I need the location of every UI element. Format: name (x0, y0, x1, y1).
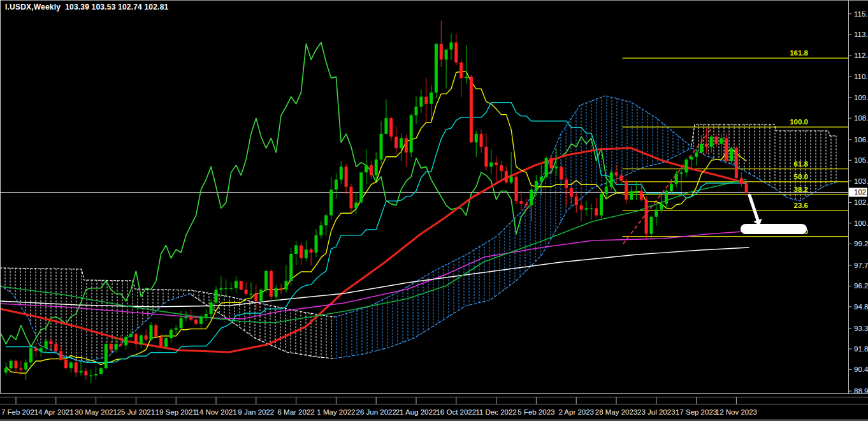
candle (34, 348, 38, 351)
ma-white-line (0, 247, 749, 307)
candle (129, 334, 133, 336)
candle (449, 43, 452, 50)
date-axis-label: 25 Jul 2021 (117, 408, 155, 416)
date-axis-label: 21 Aug 2022 (396, 408, 437, 416)
kumo-future (691, 124, 836, 201)
candle (605, 187, 608, 194)
candle (275, 288, 278, 297)
date-axis-label: 17 Sep 2023 (676, 408, 717, 416)
candle (224, 288, 228, 289)
candle (205, 314, 208, 316)
kumo-2022 (335, 96, 691, 358)
candle (159, 337, 163, 347)
candle (75, 362, 78, 373)
candle (730, 148, 733, 161)
date-axis-label: 12 Nov 2023 (716, 408, 757, 416)
candle (119, 344, 122, 345)
candle (575, 196, 578, 205)
price-axis-label: 113.85 (854, 31, 868, 38)
date-axis-label: 6 Mar 2022 (278, 408, 315, 416)
candle (540, 177, 543, 181)
candle (530, 189, 533, 205)
price-axis-label: 108.00 (854, 114, 868, 122)
candle (380, 134, 383, 159)
date-axis-label: 14 Nov 2021 (195, 408, 236, 416)
candle (430, 92, 433, 104)
candle (454, 43, 458, 63)
candle (359, 172, 363, 202)
candle (154, 325, 157, 337)
chikou-span-line (1, 43, 616, 347)
fib-level-label: 38.2 (794, 186, 808, 193)
price-axis-label: 90.40 (854, 366, 868, 373)
candle (725, 138, 728, 161)
candle (254, 294, 257, 301)
candle (440, 44, 443, 60)
candle (194, 320, 198, 324)
candle (500, 165, 503, 171)
price-axis-label: 102.10 (854, 198, 868, 206)
candle (560, 166, 563, 179)
candle (184, 317, 187, 318)
candle (535, 181, 538, 189)
candle (680, 172, 683, 174)
price-axis-label: 103.60 (854, 177, 868, 185)
candle (640, 191, 643, 199)
price-chart-svg[interactable]: 161.8100.061.850.038.223.60.0115.30113.8… (0, 0, 868, 421)
candle (625, 181, 628, 200)
price-axis-label: 110.90 (854, 73, 868, 80)
candle (665, 191, 668, 203)
date-axis-label: 4 Apr 2021 (38, 408, 74, 416)
candle (310, 249, 313, 252)
date-axis-label: 23 Jul 2023 (637, 408, 675, 416)
candle (270, 271, 273, 297)
candle (84, 371, 87, 376)
kijun-sen-line (6, 103, 746, 363)
candle (394, 137, 398, 148)
candle (149, 325, 152, 339)
date-axis-label: 16 Oct 2022 (436, 408, 476, 416)
chart-canvas[interactable]: 161.8100.061.850.038.223.60.0115.30113.8… (0, 0, 868, 421)
fib-level-label: 61.8 (794, 160, 809, 168)
candle (554, 166, 558, 168)
candle (415, 107, 418, 115)
price-axis-label: 105.05 (854, 156, 868, 164)
candle (610, 172, 613, 186)
candle (335, 180, 338, 190)
price-axis-label: 97.70 (854, 262, 868, 269)
candle (340, 166, 343, 179)
fib-level-label: 161.8 (790, 49, 808, 57)
date-axis-label: 26 Jun 2022 (356, 408, 396, 416)
candle (505, 171, 508, 182)
candle (489, 163, 493, 167)
candle (545, 158, 548, 177)
candle (240, 281, 243, 290)
chart-title: I.USDX,Weekly 103.39 103.53 102.74 102.8… (5, 3, 168, 11)
candle (410, 115, 413, 152)
price-axis-label: 109.45 (854, 94, 868, 101)
highlight-capsule[interactable] (741, 224, 807, 234)
candle (524, 204, 528, 205)
price-axis[interactable]: 115.30113.85112.40110.90109.45108.00106.… (848, 10, 868, 395)
candle (140, 336, 143, 344)
ma-red-line (0, 148, 746, 352)
candle (69, 362, 73, 368)
date-axis-label: 9 Jan 2022 (238, 408, 274, 416)
candle (695, 152, 698, 157)
candle (475, 134, 478, 142)
candle (465, 77, 468, 78)
candle (229, 288, 233, 289)
candle (189, 317, 192, 320)
candle (484, 147, 488, 166)
ma-green-line (0, 179, 746, 323)
date-axis[interactable]: 7 Feb 20214 Apr 202130 May 202125 Jul 20… (1, 397, 757, 416)
candle (180, 318, 183, 329)
candle (480, 134, 483, 147)
candle (315, 235, 318, 253)
candle (580, 205, 583, 210)
candle (235, 281, 238, 288)
chart-ohlc-values: 103.39 103.53 102.74 102.81 (65, 3, 168, 11)
ichimoku-kumo-clouds (0, 96, 836, 362)
candle (19, 368, 22, 369)
date-axis-label: 7 Feb 2021 (1, 408, 38, 416)
